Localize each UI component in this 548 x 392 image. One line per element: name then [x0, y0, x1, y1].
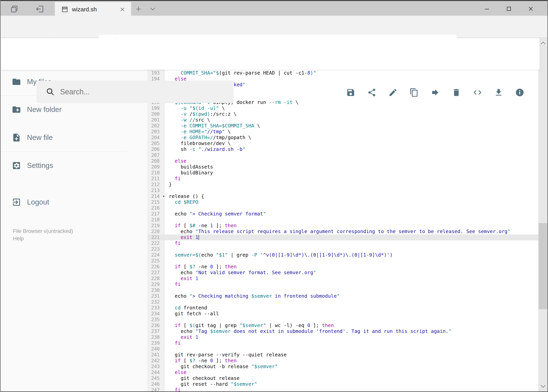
close-tab-icon[interactable] [120, 7, 125, 12]
code-line[interactable]: 215 cd $REPO [147, 199, 540, 205]
settings-icon [12, 161, 21, 170]
folder-icon [12, 77, 21, 86]
source-code-button[interactable] [473, 88, 482, 97]
download-button[interactable] [494, 88, 503, 97]
vertical-scrollbar[interactable] [538, 38, 548, 392]
code-line[interactable]: 233 cd frontend [147, 305, 540, 311]
sidebar-item-logout[interactable]: Logout [0, 192, 128, 212]
code-line[interactable]: 201 -w //src \ [147, 117, 540, 123]
code-line-text: release () { [165, 193, 540, 199]
code-line[interactable]: 241 git rev-parse --verify --quiet relea… [147, 352, 540, 358]
tab-list-chevron-icon[interactable] [150, 7, 156, 11]
close-window-icon[interactable] [527, 5, 534, 12]
code-line[interactable]: 193 COMMIT_SHA="$(git rev-parse HEAD | c… [147, 70, 540, 76]
line-number: 218 [147, 217, 165, 223]
code-line[interactable]: 230 [147, 287, 540, 293]
code-line[interactable]: 222 fi [147, 240, 540, 246]
code-line[interactable]: 245 git checkout release [147, 375, 540, 381]
code-line[interactable]: 242 if [ $? -ne 0 ]; then [147, 358, 540, 364]
code-line[interactable]: 213 [147, 188, 540, 193]
code-line[interactable]: 207 [147, 152, 540, 158]
tab-title: wizard.sh [72, 6, 97, 13]
info-button[interactable] [515, 88, 524, 97]
code-line[interactable]: 246 git reset --hard "$semver" [147, 381, 540, 387]
code-line[interactable]: 214▾release () { [147, 193, 540, 199]
code-line-text: exit 1 [165, 334, 540, 340]
code-line[interactable]: 231 echo "> Checking matching $semver in… [147, 293, 540, 299]
code-token: "$semver" [251, 364, 277, 369]
code-line[interactable]: 206 sh -c "./wizard.sh -b" [147, 146, 540, 152]
code-line[interactable]: 224 semver=$(echo "$1" | grep -P '^v(0|[… [147, 252, 540, 258]
save-button[interactable] [346, 88, 355, 97]
code-line[interactable]: 247 fi [147, 387, 540, 392]
code-line[interactable]: 239 fi [147, 340, 540, 346]
code-token: " [195, 328, 198, 334]
code-line[interactable]: 212} [147, 182, 540, 188]
code-editor[interactable]: 192 if [ -d ".git" ]; then193 COMMIT_SHA… [147, 69, 540, 392]
code-line[interactable]: 221 exit 1 [147, 234, 540, 240]
code-line[interactable]: 228 exit 1 [147, 276, 540, 281]
code-line[interactable]: 223 [147, 246, 540, 252]
code-token: //tmp [207, 129, 222, 134]
line-number: 225 [147, 258, 165, 264]
code-line[interactable]: 217 echo "> Checking semver format" [147, 211, 540, 217]
code-line-text: if [ $? -ne 0 ]; then [165, 264, 540, 270]
code-line[interactable]: 200 -v /$(pwd):/src:z \ [147, 111, 540, 117]
move-button[interactable] [431, 88, 440, 97]
code-token: ]; [213, 358, 225, 364]
code-line[interactable]: 204 -e GOPATH=//tmp/gopath \ [147, 135, 540, 140]
code-line[interactable]: 218 [147, 217, 540, 223]
sidebar-item-new-file[interactable]: New file [0, 128, 128, 147]
code-line[interactable]: 243 git checkout -b release "$semver" [147, 364, 540, 370]
code-line[interactable]: 234 git fetch --all [147, 311, 540, 317]
code-line[interactable]: 236 if [ $(git tag | grep "$semver" | wc… [147, 322, 540, 328]
code-line[interactable]: 202 -e COMMIT_SHA=$COMMIT_SHA \ [147, 123, 540, 129]
set-tabs-aside-icon[interactable] [35, 5, 44, 14]
code-line[interactable]: 219 if [ $# -ne 1 ]; then [147, 223, 540, 229]
code-line[interactable]: 238 exit 1 [147, 334, 540, 340]
code-line[interactable]: 235 [147, 317, 540, 322]
scroll-up-icon[interactable] [540, 40, 546, 46]
code-line[interactable]: 208 else [147, 158, 540, 164]
code-line-text: fi [165, 387, 540, 392]
code-line[interactable]: 226 if [ $? -ne 0 ]; then [147, 264, 540, 270]
share-button[interactable] [367, 88, 376, 97]
navigation-bar: filebrowser.web/files/wizard.sh [0, 16, 548, 38]
help-link[interactable]: Help [13, 236, 24, 242]
line-number: 211 [147, 176, 165, 182]
code-line[interactable]: 210 buildBinary [147, 170, 540, 176]
code-line[interactable]: 203 -e HOME="//tmp" \ [147, 129, 540, 135]
tab-preview-icon[interactable] [10, 5, 19, 14]
sidebar-item-settings[interactable]: Settings [0, 156, 128, 175]
search-input[interactable]: Search... [37, 81, 233, 103]
delete-button[interactable] [452, 88, 461, 97]
new-tab-icon[interactable] [136, 6, 141, 12]
code-line[interactable]: 205 filebrowser/dev \ [147, 140, 540, 146]
code-token: ./wizard.sh -b [201, 146, 243, 152]
code-line[interactable]: 209 buildAssets [147, 164, 540, 170]
code-line-text: git checkout -b release "$semver" [165, 364, 540, 370]
code-line[interactable]: 216 [147, 205, 540, 211]
minimize-icon[interactable] [483, 5, 491, 12]
scroll-down-icon[interactable] [540, 383, 546, 389]
code-line[interactable]: 237 echo "Tag $semver does not exist in … [147, 328, 540, 334]
code-line[interactable]: 232 [147, 299, 540, 305]
copy-button[interactable] [409, 88, 419, 97]
code-token: echo [169, 328, 195, 334]
code-line[interactable]: 240 [147, 346, 540, 352]
line-number: 207 [147, 152, 165, 158]
code-line[interactable]: 229 fi [147, 281, 540, 287]
code-line[interactable]: 211 fi [147, 176, 540, 182]
code-line[interactable]: 227 echo "Not valid semver format. See s… [147, 270, 540, 276]
code-token: ]; [213, 264, 225, 269]
code-line[interactable]: 244 else [147, 370, 540, 375]
browser-tab[interactable]: wizard.sh [55, 2, 131, 17]
fold-arrow-icon[interactable]: ▾ [163, 193, 165, 199]
maximize-icon[interactable] [505, 5, 512, 12]
rename-button[interactable] [388, 88, 398, 97]
code-line[interactable]: 225 [147, 258, 540, 264]
code-line[interactable]: 220 echo "This release script requires a… [147, 229, 540, 234]
code-token: ]; [213, 223, 225, 228]
scrollbar-thumb[interactable] [539, 223, 548, 309]
tab-bar: wizard.sh [0, 0, 548, 16]
